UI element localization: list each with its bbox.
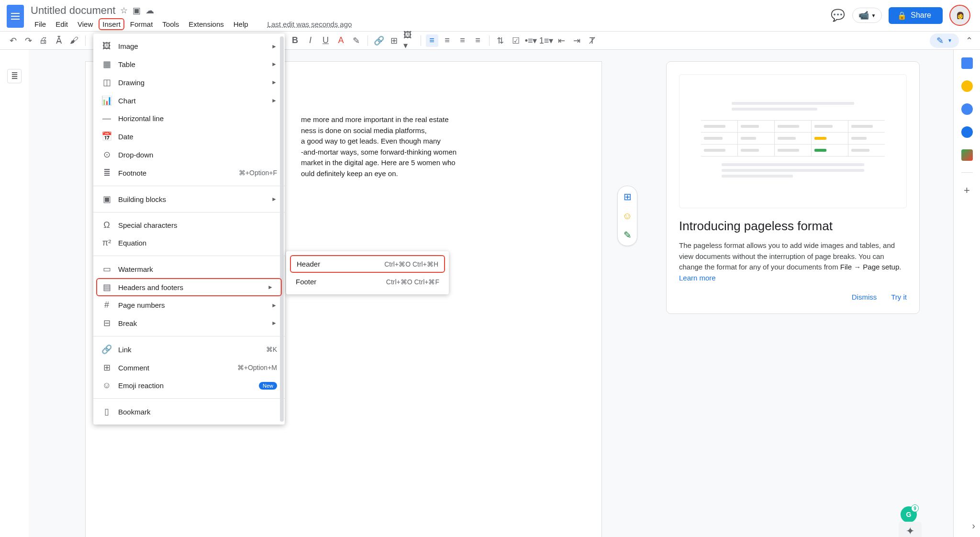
menu-extensions[interactable]: Extensions: [185, 18, 227, 30]
menu-item-footnote[interactable]: ≣Footnote⌘+Option+F: [93, 164, 285, 182]
menu-item-bookmark[interactable]: ▯Bookmark: [93, 403, 285, 421]
text-color-icon[interactable]: A: [335, 34, 347, 47]
checklist-icon[interactable]: ☑: [510, 34, 522, 47]
decrease-indent-icon[interactable]: ⇤: [556, 34, 568, 47]
menu-item-horizontal-line[interactable]: —Horizontal line: [93, 110, 285, 127]
contacts-icon[interactable]: [961, 126, 973, 138]
menu-item-equation[interactable]: π²Equation: [93, 234, 285, 252]
add-comment-icon[interactable]: ⊞: [388, 34, 401, 47]
bulleted-list-icon[interactable]: •≡▾: [525, 34, 537, 47]
editing-mode-button[interactable]: ✎ ▼: [930, 34, 959, 48]
try-it-button[interactable]: Try it: [891, 293, 907, 301]
menu-tools[interactable]: Tools: [158, 18, 183, 30]
highlight-icon[interactable]: ✎: [350, 34, 363, 47]
document-body-text[interactable]: me more and more important in the real e…: [301, 114, 544, 179]
print-icon[interactable]: 🖨: [37, 34, 50, 47]
menu-item-label: Headers and footers: [118, 283, 183, 291]
hide-side-panel-icon[interactable]: ›: [972, 520, 975, 531]
move-icon[interactable]: ▣: [133, 5, 141, 16]
calendar-icon[interactable]: [961, 57, 973, 69]
account-avatar[interactable]: 👩: [949, 5, 970, 26]
menu-item-watermark[interactable]: ▭Watermark: [93, 260, 285, 278]
spellcheck-icon[interactable]: Ᾱ: [53, 34, 65, 47]
share-button[interactable]: 🔒 Share: [889, 7, 943, 24]
clear-formatting-icon[interactable]: Ⱦ: [586, 34, 599, 47]
cloud-status-icon[interactable]: ☁: [145, 5, 154, 16]
promo-body-post: .: [899, 263, 901, 271]
underline-icon[interactable]: U: [320, 34, 332, 47]
menu-item-emoji-reaction[interactable]: ☺Emoji reactionNew: [93, 377, 285, 394]
menu-format[interactable]: Format: [126, 18, 157, 30]
menu-item-link[interactable]: 🔗Link⌘K: [93, 340, 285, 358]
menu-item-label: Equation: [118, 239, 146, 247]
headers-footers-submenu: HeaderCtrl+⌘O Ctrl+⌘HFooterCtrl+⌘O Ctrl+…: [286, 251, 449, 294]
menu-divider: [93, 256, 285, 256]
horizontal-line-icon: —: [102, 113, 111, 123]
keep-icon[interactable]: [961, 80, 973, 92]
add-addon-icon[interactable]: +: [964, 184, 970, 197]
menu-insert[interactable]: Insert: [99, 18, 124, 30]
menu-file[interactable]: File: [31, 18, 50, 30]
undo-icon[interactable]: ↶: [7, 34, 19, 47]
menu-item-headers-and-footers[interactable]: ▤Headers and footers►: [96, 278, 282, 296]
menu-help[interactable]: Help: [230, 18, 252, 30]
line-spacing-icon[interactable]: ⇅: [494, 34, 507, 47]
align-justify-icon[interactable]: ≡: [472, 34, 484, 47]
numbered-list-icon[interactable]: 1≡▾: [540, 34, 553, 47]
insert-image-icon[interactable]: 🖼▾: [403, 34, 416, 47]
submenu-item-label: Footer: [296, 278, 316, 286]
italic-icon[interactable]: I: [304, 34, 317, 47]
tasks-icon[interactable]: [961, 103, 973, 115]
align-center-icon[interactable]: ≡: [441, 34, 454, 47]
increase-indent-icon[interactable]: ⇥: [571, 34, 583, 47]
menu-item-chart[interactable]: 📊Chart►: [93, 91, 285, 110]
comment-history-icon[interactable]: 💬: [830, 8, 846, 23]
insert-link-icon[interactable]: 🔗: [373, 34, 385, 47]
meet-button[interactable]: 📹 ▼: [852, 8, 882, 23]
bold-icon[interactable]: B: [289, 34, 301, 47]
menu-item-comment[interactable]: ⊞Comment⌘+Option+M: [93, 358, 285, 377]
menu-edit[interactable]: Edit: [52, 18, 72, 30]
menu-item-date[interactable]: 📅Date: [93, 127, 285, 145]
docs-logo-icon[interactable]: [7, 5, 24, 28]
submenu-item-header[interactable]: HeaderCtrl+⌘O Ctrl+⌘H: [290, 255, 445, 273]
menu-item-special-characters[interactable]: ΩSpecial characters: [93, 216, 285, 234]
table-icon: ▦: [102, 59, 111, 69]
menu-item-label: Bookmark: [118, 408, 151, 416]
drop-down-icon: ⊙: [102, 149, 111, 160]
caret-down-icon: ▼: [871, 13, 876, 18]
menu-item-image[interactable]: 🖼Image►: [93, 37, 285, 55]
toolbar-sep: [421, 35, 421, 46]
add-comment-icon[interactable]: ⊞: [621, 190, 634, 203]
align-left-icon[interactable]: ≡: [426, 34, 438, 47]
menu-item-building-blocks[interactable]: ▣Building blocks►: [93, 190, 285, 208]
learn-more-link[interactable]: Learn more: [679, 274, 716, 282]
menu-item-table[interactable]: ▦Table►: [93, 55, 285, 73]
paint-format-icon[interactable]: 🖌: [68, 34, 80, 47]
submenu-arrow-icon: ►: [271, 320, 277, 326]
submenu-item-footer[interactable]: FooterCtrl+⌘O Ctrl+⌘F: [286, 273, 449, 291]
dismiss-button[interactable]: Dismiss: [852, 293, 877, 301]
suggest-edit-icon[interactable]: ✎: [621, 228, 634, 242]
menu-item-break[interactable]: ⊟Break►: [93, 314, 285, 332]
menu-view[interactable]: View: [74, 18, 97, 30]
last-edit-link[interactable]: Last edit was seconds ago: [264, 18, 356, 30]
emoji-reaction-icon[interactable]: ☺: [621, 209, 634, 223]
maps-icon[interactable]: [961, 149, 973, 161]
image-icon: 🖼: [102, 41, 111, 51]
menu-item-drop-down[interactable]: ⊙Drop-down: [93, 145, 285, 164]
explore-button[interactable]: ✦: [899, 522, 922, 537]
break-icon: ⊟: [102, 318, 111, 328]
menu-item-page-numbers[interactable]: #Page numbers►: [93, 296, 285, 314]
meet-icon: 📹: [858, 10, 869, 21]
collapse-toolbar-icon[interactable]: ⌃: [963, 34, 975, 47]
submenu-arrow-icon: ►: [271, 79, 277, 86]
redo-icon[interactable]: ↷: [22, 34, 34, 47]
menu-item-drawing[interactable]: ◫Drawing►: [93, 73, 285, 91]
date-icon: 📅: [102, 131, 111, 142]
grammarly-badge[interactable]: G 9: [901, 506, 917, 523]
align-right-icon[interactable]: ≡: [457, 34, 469, 47]
document-title[interactable]: Untitled document: [31, 4, 115, 17]
star-icon[interactable]: ☆: [120, 5, 128, 16]
outline-toggle-icon[interactable]: ≣: [7, 69, 22, 83]
